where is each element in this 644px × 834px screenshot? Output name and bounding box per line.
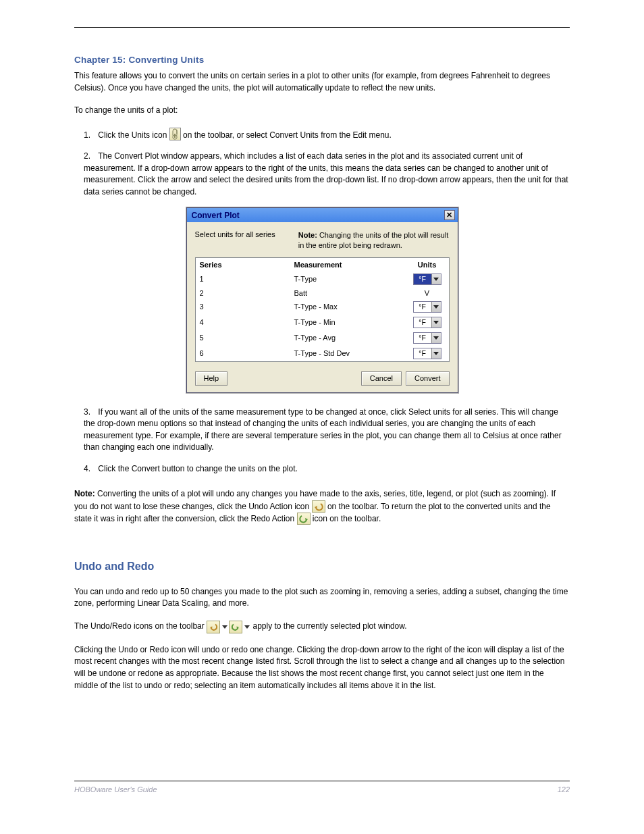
undo-p2: The Undo/Redo icons on the toolbar apply… (74, 621, 570, 633)
step-3-text: If you want all of the units of the same… (84, 407, 562, 452)
undo-p3: Clicking the Undo or Redo icon will undo… (74, 644, 570, 692)
redo-icon (297, 513, 311, 525)
units-dropdown[interactable]: °F (413, 348, 441, 359)
help-button[interactable]: Help (195, 371, 228, 386)
row-series: 1 (200, 275, 294, 283)
chevron-down-icon[interactable] (431, 302, 441, 312)
undo-p2-pre: The Undo/Redo icons on the toolbar (74, 621, 207, 631)
dialog-title: Convert Plot (192, 211, 240, 220)
units-dropdown[interactable]: °F (413, 273, 441, 285)
col-header-measurement: Measurement (294, 261, 410, 269)
row-units-cell: °F (410, 273, 445, 285)
series-header-row: Series Measurement Units (196, 258, 449, 271)
row-series: 4 (200, 318, 294, 326)
units-icon (169, 128, 181, 140)
footer-left: HOBOware User's Guide (74, 785, 157, 793)
units-value: °F (414, 318, 431, 326)
row-measurement: Batt (294, 289, 410, 297)
units-value: °F (414, 349, 431, 357)
row-measurement: T-Type - Avg (294, 334, 410, 342)
svg-marker-7 (433, 305, 439, 309)
units-dropdown[interactable]: °F (413, 301, 441, 313)
section-undo-redo-heading: Undo and Redo (74, 561, 570, 573)
step-1-number: 1. (84, 130, 96, 142)
step-1: 1. Click the Units icon on the toolbar, … (84, 128, 570, 142)
col-header-series: Series (200, 261, 294, 269)
steps-title: To change the units of a plot: (74, 105, 570, 117)
table-row: 3T-Type - Max°F (196, 299, 449, 315)
row-series: 2 (200, 289, 294, 297)
note-body-3: icon on the toolbar. (313, 514, 381, 523)
chapter-heading: Chapter 15: Converting Units (74, 55, 570, 65)
undo-icon (312, 500, 325, 513)
svg-rect-5 (174, 134, 176, 138)
units-value: °F (414, 334, 431, 342)
dialog-note: Note: Changing the units of the plot wil… (298, 230, 450, 251)
table-row: 2BattV (196, 287, 449, 299)
close-icon[interactable]: ✕ (444, 210, 455, 220)
table-row: 5T-Type - Avg°F (196, 330, 449, 346)
footer-right: 122 (558, 785, 570, 793)
post-dialog-steps: 3. If you want all of the units of the s… (84, 407, 570, 475)
row-measurement: T-Type - Min (294, 318, 410, 326)
step-4: 4. Click the Convert button to change th… (84, 463, 570, 475)
table-row: 4T-Type - Min°F (196, 315, 449, 330)
row-units-cell: °F (410, 301, 445, 313)
chevron-down-icon[interactable] (431, 317, 441, 328)
svg-marker-9 (433, 336, 439, 340)
redo-button-icon[interactable] (229, 621, 242, 633)
units-value: V (425, 289, 429, 297)
note-paragraph: Note: Converting the units of a plot wil… (74, 488, 570, 525)
units-value: °F (414, 303, 431, 311)
row-series: 5 (200, 334, 294, 342)
table-row: 1T-Type°F (196, 271, 449, 287)
step-1-post: on the toolbar, or select Convert Units … (183, 130, 392, 140)
row-units-cell: °F (410, 317, 445, 328)
dialog-note-body: Changing the units of the plot will resu… (298, 231, 449, 249)
step-2-text: The Convert Plot window appears, which i… (84, 151, 568, 197)
svg-marker-6 (433, 278, 439, 281)
convert-plot-dialog: Convert Plot ✕ Select units for all seri… (186, 207, 458, 393)
svg-marker-14 (222, 625, 227, 629)
undo-dropdown-arrow[interactable] (221, 621, 228, 633)
chevron-down-icon[interactable] (431, 274, 441, 284)
step-4-number: 4. (84, 463, 96, 475)
step-3: 3. If you want all of the units of the s… (84, 407, 570, 454)
chevron-down-icon[interactable] (431, 348, 441, 359)
table-row: 6T-Type - Std Dev°F (196, 346, 449, 361)
row-measurement: T-Type (294, 275, 410, 283)
dialog-buttons: Help Cancel Convert (195, 371, 450, 386)
step-4-text: Click the Convert button to change the u… (98, 464, 298, 473)
svg-marker-8 (433, 321, 439, 324)
step-3-number: 3. (84, 407, 96, 419)
row-measurement: T-Type - Std Dev (294, 349, 410, 357)
cancel-button[interactable]: Cancel (361, 371, 402, 386)
convert-button[interactable]: Convert (406, 371, 450, 386)
top-rule (74, 27, 570, 28)
step-2-number: 2. (84, 151, 96, 163)
row-series: 3 (200, 303, 294, 311)
units-dropdown[interactable]: °F (413, 332, 441, 344)
row-series: 6 (200, 349, 294, 357)
select-units-all-series-link[interactable]: Select units for all series (195, 230, 275, 238)
series-table: Series Measurement Units 1T-Type°F2BattV… (195, 257, 450, 362)
chevron-down-icon[interactable] (431, 333, 441, 343)
undo-button-icon[interactable] (207, 621, 220, 633)
page-footer: HOBOware User's Guide 122 (74, 781, 570, 793)
col-header-units: Units (410, 261, 445, 269)
row-units-cell: °F (410, 348, 445, 359)
units-dropdown[interactable]: °F (413, 317, 441, 328)
redo-dropdown-arrow[interactable] (243, 621, 250, 633)
row-measurement: T-Type - Max (294, 303, 410, 311)
undo-p2-post: apply to the currently selected plot win… (252, 621, 406, 631)
svg-marker-16 (244, 625, 250, 629)
step-1-pre: Click the Units icon (98, 130, 169, 140)
svg-marker-10 (433, 352, 439, 355)
undo-p1: You can undo and redo up to 50 changes y… (74, 586, 570, 610)
note-label: Note: (74, 489, 95, 498)
units-value: °F (414, 275, 431, 283)
intro-paragraph: This feature allows you to convert the u… (74, 70, 570, 94)
dialog-titlebar: Convert Plot ✕ (187, 208, 458, 222)
row-units-cell: V (410, 289, 445, 297)
undo-redo-toolbar-pair (207, 621, 250, 633)
